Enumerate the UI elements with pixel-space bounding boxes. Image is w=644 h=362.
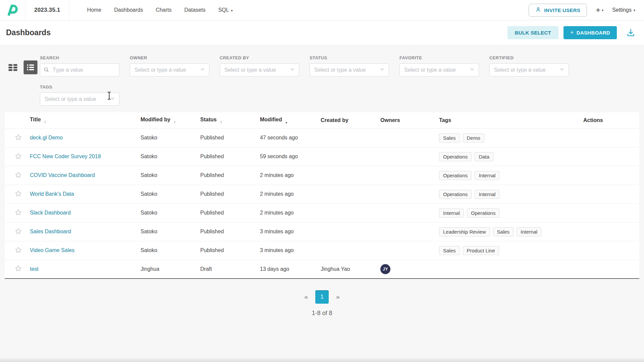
pagination-next-button[interactable]: » [336, 293, 340, 301]
favorite-star-icon[interactable] [5, 153, 22, 160]
dashboard-title-link[interactable]: FCC New Coder Survey 2018 [30, 154, 101, 159]
card-view-toggle[interactable] [7, 60, 19, 74]
invite-users-button[interactable]: INVITE USERS [529, 4, 587, 17]
owners-cell [380, 222, 439, 241]
modified-cell: 2 minutes ago [260, 166, 321, 185]
bulk-select-button[interactable]: BULK SELECT [507, 26, 558, 39]
tag-chip[interactable]: Operations [439, 152, 472, 161]
modified-cell: 3 minutes ago [260, 241, 321, 260]
dashboard-title-link[interactable]: Sales Dashboard [30, 229, 71, 234]
tag-chip[interactable]: Internal [475, 171, 499, 180]
actions-cell [583, 147, 639, 166]
tags-select[interactable]: Select or type a value [40, 93, 119, 106]
tag-chip[interactable]: Product Line [463, 246, 499, 255]
filter-select[interactable]: Select or type a value [489, 63, 569, 76]
export-download-button[interactable] [626, 28, 635, 37]
tag-chip[interactable]: Data [475, 152, 493, 161]
actions-cell [583, 185, 639, 203]
dashboard-title-link[interactable]: Video Game Sales [30, 247, 74, 253]
modified-cell: 2 minutes ago [260, 203, 321, 222]
filter-label: CERTIFIED [489, 55, 569, 60]
list-view-toggle[interactable] [23, 60, 38, 74]
plus-icon: + [570, 29, 574, 36]
favorite-star-icon[interactable] [5, 246, 22, 253]
tag-chip[interactable]: Internal [475, 190, 499, 199]
nav-item-charts[interactable]: Charts [156, 7, 171, 13]
settings-menu[interactable]: Settings ▾ [612, 7, 635, 13]
tag-chip[interactable]: Operations [467, 208, 499, 218]
modified-by-cell: Jinghua [141, 260, 200, 279]
nav-item-sql[interactable]: SQL▾ [218, 7, 233, 13]
tag-chip[interactable]: Internal [517, 227, 541, 236]
column-header-title[interactable]: Title▲▼ [30, 112, 141, 128]
owners-cell [380, 203, 439, 222]
tags-cell [439, 260, 583, 279]
column-header-status[interactable]: Status▲▼ [200, 112, 260, 128]
dashboard-title-link[interactable]: World Bank's Data [30, 191, 74, 197]
filter-select[interactable]: Select or type a value [220, 63, 299, 76]
column-header-actions: Actions [583, 112, 639, 128]
status-cell: Published [200, 147, 260, 166]
tags-cell: SalesProduct Line [439, 241, 583, 260]
filter-created-by: CREATED BYSelect or type a value [220, 55, 299, 76]
modified-cell: 47 seconds ago [260, 128, 321, 147]
actions-cell [583, 203, 639, 222]
dashboard-title-link[interactable]: deck.gl Demo [30, 135, 63, 140]
tag-chip[interactable]: Sales [439, 133, 460, 142]
new-dashboard-button[interactable]: + DASHBOARD [564, 26, 617, 39]
favorite-star-icon[interactable] [5, 209, 22, 216]
chevron-down-icon [110, 96, 115, 102]
dashboard-title-link[interactable]: test [30, 266, 39, 272]
status-cell: Published [200, 128, 260, 147]
owners-cell: JY [380, 260, 439, 279]
table-header-row: Title▲▼Modified by▲▼Status▲▼Modified▲▼Cr… [5, 112, 639, 128]
nav-item-label: Home [87, 7, 101, 13]
tag-chip[interactable]: Sales [493, 227, 514, 236]
tag-chip[interactable]: Demo [463, 133, 484, 142]
tag-chip[interactable]: Internal [439, 208, 464, 218]
owners-cell [380, 241, 439, 260]
pagination-page-1-button[interactable]: 1 [315, 290, 329, 304]
tag-chip[interactable]: Sales [439, 246, 460, 255]
sort-icon: ▲▼ [173, 121, 176, 124]
column-header-favorite [5, 112, 30, 128]
filter-search: SEARCH [40, 55, 119, 76]
favorite-star-icon[interactable] [5, 134, 22, 141]
favorite-cell [5, 203, 30, 222]
search-input[interactable] [40, 63, 119, 76]
brand[interactable] [0, 0, 25, 20]
tag-chip[interactable]: Operations [439, 190, 472, 199]
filter-select[interactable]: Select or type a value [130, 63, 209, 76]
nav-item-dashboards[interactable]: Dashboards [114, 7, 143, 13]
top-nav: 2023.35.1 HomeDashboardsChartsDatasetsSQ… [0, 0, 644, 20]
filter-select[interactable]: Select or type a value [310, 63, 389, 76]
download-icon [626, 28, 635, 37]
new-item-menu[interactable]: + ▾ [596, 6, 603, 14]
new-dashboard-label: DASHBOARD [577, 30, 610, 36]
tag-chip[interactable]: Leadership Review [439, 227, 490, 236]
favorite-star-icon[interactable] [5, 190, 22, 197]
favorite-cell [5, 222, 30, 241]
chevron-down-icon [470, 67, 475, 73]
column-header-modified-by[interactable]: Modified by▲▼ [141, 112, 200, 128]
column-header-modified[interactable]: Modified▲▼ [260, 112, 321, 128]
nav-item-datasets[interactable]: Datasets [184, 7, 206, 13]
column-header-label: Owners [380, 117, 400, 123]
chevron-down-icon [559, 67, 565, 73]
modified-by-cell: Satoko [141, 166, 200, 185]
favorite-star-icon[interactable] [5, 228, 22, 235]
chevron-down-icon: ▾ [602, 8, 603, 12]
nav-item-home[interactable]: Home [87, 7, 101, 13]
dashboard-title-link[interactable]: Slack Dashboard [30, 210, 71, 216]
dashboard-title-link[interactable]: COVID Vaccine Dashboard [30, 172, 95, 178]
favorite-star-icon[interactable] [5, 171, 22, 178]
top-nav-right: INVITE USERS + ▾ Settings ▾ [529, 0, 644, 20]
favorite-star-icon[interactable] [5, 265, 22, 272]
title-cell: FCC New Coder Survey 2018 [30, 147, 141, 166]
title-cell: Sales Dashboard [30, 222, 141, 241]
title-cell: test [30, 260, 141, 279]
pagination-prev-button[interactable]: « [304, 293, 308, 301]
tag-chip[interactable]: Operations [439, 171, 472, 180]
filter-label: FAVORITE [399, 55, 479, 60]
filter-select[interactable]: Select or type a value [399, 63, 479, 76]
